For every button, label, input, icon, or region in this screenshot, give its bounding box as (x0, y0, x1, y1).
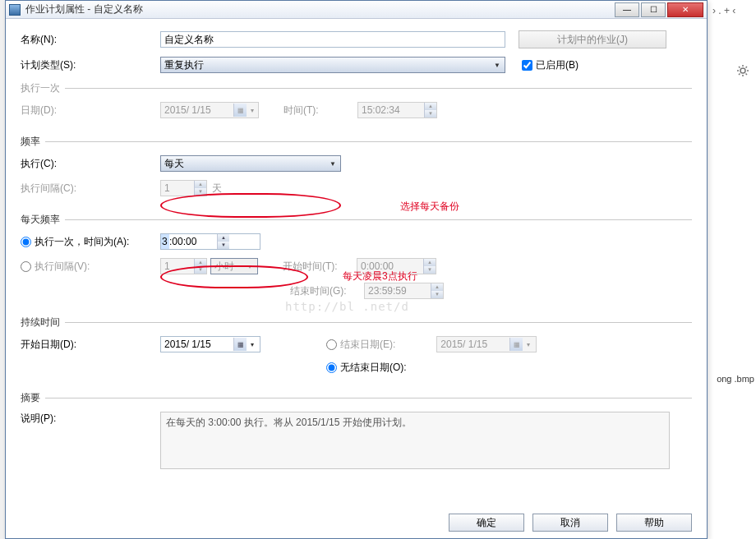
daily-end-label: 结束时间(G): (290, 284, 364, 298)
chevron-down-icon: ▾ (244, 260, 256, 273)
window-title: 作业计划属性 - 自定义名称 (25, 2, 613, 16)
end-date-value (437, 337, 509, 352)
annotation-text-1: 选择每天备份 (400, 200, 459, 214)
end-date-radio-wrap[interactable]: 结束日期(E): (326, 338, 395, 352)
daily-once-radio[interactable] (21, 237, 31, 247)
end-date-picker: ▦ ▾ (436, 336, 537, 352)
start-date-value[interactable] (161, 337, 233, 352)
titlebar: 作业计划属性 - 自定义名称 — ☐ ✕ (6, 1, 707, 19)
summary-legend: 摘要 (21, 391, 45, 405)
daily-end-time-picker: ▲▼ (364, 283, 444, 299)
spinner-icon: ▲▼ (423, 259, 436, 274)
once-time-picker: ▲▼ (357, 102, 437, 118)
daily-interval-unit: 小时 (214, 260, 234, 274)
gear-icon[interactable] (736, 64, 749, 77)
cancel-button[interactable]: 取消 (532, 514, 608, 532)
daily-once-radio-wrap[interactable]: 执行一次，时间为(A): (21, 235, 160, 249)
execute-once-legend: 执行一次 (21, 81, 65, 95)
once-date-label: 日期(D): (21, 104, 160, 117)
duration-group: 持续时间 开始日期(D): ▦ ▾ 结束日期(E): ▦ ▾ (21, 316, 692, 386)
spinner-icon: ▲▼ (194, 259, 206, 274)
daily-once-time-picker[interactable]: ▲▼ (160, 233, 260, 250)
no-end-date-radio-wrap[interactable]: 无结束日期(O): (326, 361, 407, 375)
help-button[interactable]: 帮助 (616, 514, 692, 532)
spinner-icon[interactable]: ▲▼ (217, 234, 229, 249)
app-icon (9, 4, 21, 16)
daily-interval-stepper: ▲▼ (160, 258, 207, 274)
calendar-icon: ▦ (233, 104, 247, 117)
chevron-down-icon: ▼ (327, 157, 339, 170)
freq-interval-value (161, 181, 194, 196)
end-date-radio[interactable] (326, 339, 337, 350)
minimize-button[interactable]: — (615, 2, 639, 17)
schedule-type-select[interactable]: 重复执行 ▼ (160, 57, 505, 73)
once-time-label: 时间(T): (284, 104, 357, 117)
no-end-date-radio[interactable] (326, 362, 337, 373)
daily-interval-radio[interactable] (21, 261, 31, 272)
schedule-type-value: 重复执行 (164, 58, 204, 72)
spinner-icon: ▲▼ (431, 283, 443, 298)
daily-interval-unit-select: 小时 ▾ (210, 258, 258, 274)
daily-interval-value (161, 259, 194, 274)
schedule-type-label: 计划类型(S): (21, 58, 160, 72)
start-date-picker[interactable]: ▦ ▾ (160, 336, 260, 352)
daily-interval-label: 执行间隔(V): (35, 260, 90, 274)
enabled-checkbox-wrap[interactable]: 已启用(B) (522, 58, 579, 72)
svg-point-0 (740, 68, 745, 73)
exec-label: 执行(C): (21, 157, 160, 171)
daily-interval-radio-wrap[interactable]: 执行间隔(V): (21, 260, 160, 274)
daily-end-value (365, 283, 431, 298)
name-input[interactable] (160, 31, 505, 48)
maximize-button[interactable]: ☐ (641, 2, 666, 17)
enabled-checkbox[interactable] (522, 60, 532, 71)
chevron-down-icon: ▾ (523, 338, 534, 351)
dialog-window: 作业计划属性 - 自定义名称 — ☐ ✕ 名称(N): 计划中的作业(J) 计划… (5, 0, 708, 539)
enabled-label: 已启用(B) (536, 58, 579, 72)
chevron-down-icon: ▾ (247, 104, 258, 117)
end-date-label: 结束日期(E): (340, 338, 395, 352)
frequency-group: 频率 执行(C): 每天 ▼ 执行间隔(C): ▲▼ 天 (21, 135, 692, 208)
jobs-in-schedule-button[interactable]: 计划中的作业(J) (519, 30, 666, 48)
close-button[interactable]: ✕ (667, 2, 703, 17)
spinner-icon: ▲▼ (194, 181, 206, 196)
summary-textarea[interactable]: 在每天的 3:00:00 执行。将从 2015/1/15 开始使用计划。 (160, 412, 670, 469)
duration-legend: 持续时间 (21, 316, 65, 329)
annotation-text-2: 每天凌晨3点执行 (343, 270, 417, 283)
background-toolbar: › . + ‹ (708, 0, 756, 21)
daily-once-time-hour[interactable] (161, 234, 169, 249)
freq-interval-stepper: ▲▼ (160, 180, 207, 196)
once-time-value (358, 103, 424, 117)
exec-frequency-value: 每天 (164, 157, 184, 171)
spinner-icon: ▲▼ (424, 103, 436, 117)
daily-frequency-group: 每天频率 执行一次，时间为(A): ▲▼ 执行间隔(V): ▲▼ (21, 213, 692, 311)
execute-once-group: 执行一次 日期(D): ▦ ▾ 时间(T): ▲▼ (21, 81, 692, 130)
once-date-value (161, 103, 233, 117)
frequency-legend: 频率 (21, 135, 45, 149)
daily-once-label: 执行一次，时间为(A): (35, 235, 129, 249)
start-date-label: 开始日期(D): (21, 338, 160, 352)
exec-frequency-select[interactable]: 每天 ▼ (160, 155, 341, 172)
calendar-icon[interactable]: ▦ (233, 338, 247, 351)
calendar-icon: ▦ (509, 338, 523, 351)
once-date-picker: ▦ ▾ (160, 102, 259, 118)
name-label: 名称(N): (21, 33, 160, 47)
freq-interval-unit: 天 (212, 182, 222, 196)
summary-group: 摘要 说明(P): 在每天的 3:00:00 执行。将从 2015/1/15 开… (21, 391, 692, 481)
summary-desc-label: 说明(P): (21, 412, 160, 426)
chevron-down-icon: ▼ (491, 58, 503, 71)
daily-once-time-rest[interactable] (169, 234, 217, 249)
freq-interval-label: 执行间隔(C): (21, 182, 160, 196)
daily-legend: 每天频率 (21, 213, 65, 227)
chevron-down-icon[interactable]: ▾ (247, 338, 258, 351)
background-filename: ong .bmp (717, 374, 754, 384)
ok-button[interactable]: 确定 (449, 514, 524, 532)
no-end-date-label: 无结束日期(O): (340, 361, 407, 375)
